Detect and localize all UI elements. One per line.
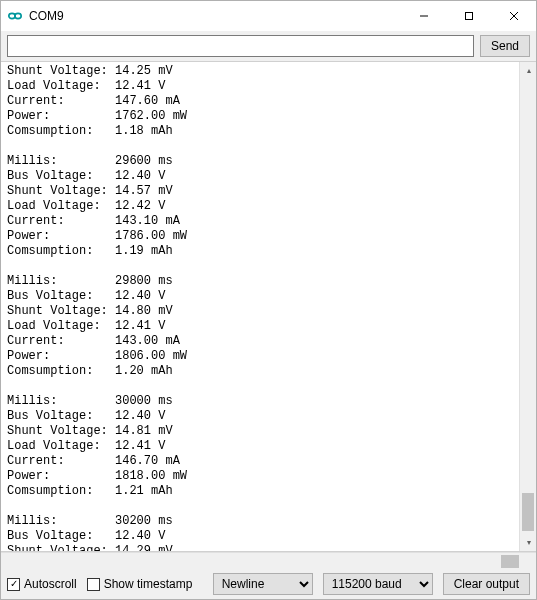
input-row: Send bbox=[1, 31, 536, 62]
window-title: COM9 bbox=[29, 9, 64, 23]
checkbox-icon bbox=[87, 578, 100, 591]
serial-output-text: Shunt Voltage: 14.25 mV Load Voltage: 12… bbox=[1, 62, 519, 551]
autoscroll-label: Autoscroll bbox=[24, 577, 77, 591]
timestamp-label: Show timestamp bbox=[104, 577, 193, 591]
scroll-thumb[interactable] bbox=[522, 493, 534, 531]
checkbox-icon: ✓ bbox=[7, 578, 20, 591]
serial-monitor-window: COM9 Send Shunt Voltage: 14.25 mV Load V… bbox=[0, 0, 537, 600]
horizontal-scrollbar[interactable] bbox=[1, 552, 536, 569]
timestamp-checkbox[interactable]: Show timestamp bbox=[87, 577, 193, 591]
svg-rect-3 bbox=[465, 13, 472, 20]
send-button[interactable]: Send bbox=[480, 35, 530, 57]
minimize-button[interactable] bbox=[401, 1, 446, 31]
close-button[interactable] bbox=[491, 1, 536, 31]
serial-input[interactable] bbox=[7, 35, 474, 57]
bottom-bar: ✓ Autoscroll Show timestamp Newline 1152… bbox=[1, 569, 536, 599]
output-area: Shunt Voltage: 14.25 mV Load Voltage: 12… bbox=[1, 62, 536, 552]
line-ending-select[interactable]: Newline bbox=[213, 573, 313, 595]
vertical-scrollbar[interactable]: ▴ ▾ bbox=[519, 62, 536, 551]
clear-output-button[interactable]: Clear output bbox=[443, 573, 530, 595]
scroll-up-icon[interactable]: ▴ bbox=[520, 62, 536, 79]
maximize-button[interactable] bbox=[446, 1, 491, 31]
titlebar: COM9 bbox=[1, 1, 536, 31]
baud-rate-select[interactable]: 115200 baud bbox=[323, 573, 433, 595]
arduino-icon bbox=[7, 8, 23, 24]
scroll-thumb-h[interactable] bbox=[501, 555, 519, 568]
autoscroll-checkbox[interactable]: ✓ Autoscroll bbox=[7, 577, 77, 591]
scroll-down-icon[interactable]: ▾ bbox=[520, 534, 536, 551]
